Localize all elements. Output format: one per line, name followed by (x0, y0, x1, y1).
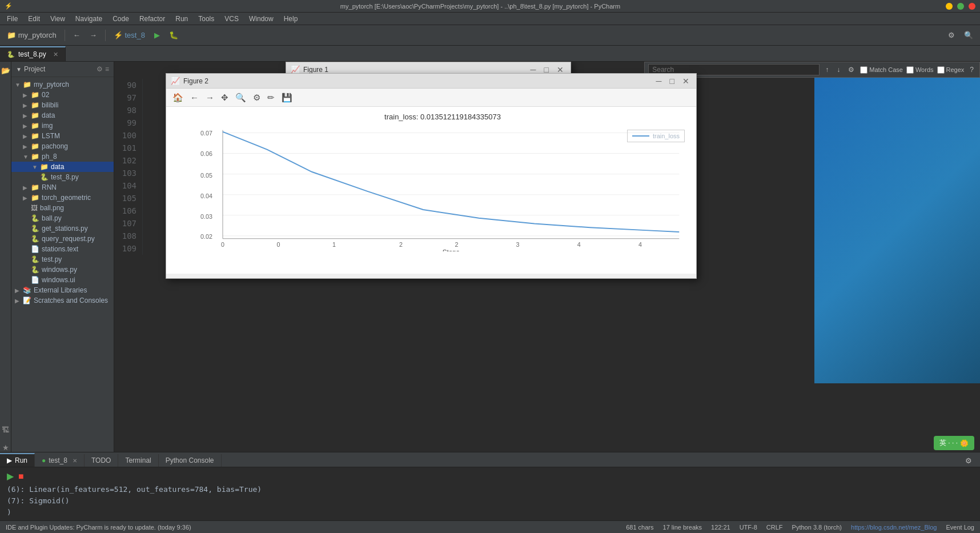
tree-item-img[interactable]: ▶ 📁 img (11, 121, 114, 131)
fig-pan-btn[interactable]: ✥ (218, 91, 231, 105)
status-lines: 17 line breaks (663, 524, 702, 531)
tree-item-data-selected[interactable]: ▼ 📁 data (11, 162, 114, 172)
sidebar-collapse-icon[interactable]: ≡ (105, 65, 109, 73)
tree-label: ball.png (40, 204, 64, 212)
tree-item-02[interactable]: ▶ 📁 02 (11, 90, 114, 100)
tree-item-ballpy[interactable]: 🐍 ball.py (11, 213, 114, 223)
status-position[interactable]: 122:21 (711, 524, 730, 531)
ime-bar[interactable]: 英 · · · 🌼 (934, 436, 974, 450)
project-selector[interactable]: 📁 my_pytorch (3, 29, 60, 41)
run-btn[interactable]: ▶ (151, 29, 163, 41)
image-file-icon: 🖼 (31, 204, 38, 212)
status-event-log[interactable]: Event Log (946, 524, 974, 531)
settings-btn[interactable]: ⚙ (945, 29, 958, 41)
expand-arrow: ▶ (15, 298, 21, 304)
tree-item-lstm[interactable]: ▶ 📁 LSTM (11, 131, 114, 141)
menu-run[interactable]: Run (171, 14, 192, 24)
search-everywhere-btn[interactable]: 🔍 (961, 29, 977, 41)
tree-item-ballpng[interactable]: 🖼 ball.png (11, 203, 114, 213)
bottom-tab-run[interactable]: ▶ Run (0, 453, 35, 467)
figure2-close-btn[interactable]: ✕ (680, 77, 692, 86)
favorites-icon[interactable]: ★ (2, 443, 9, 452)
structure-icon[interactable]: 🏗 (2, 426, 9, 434)
bottom-settings-btn[interactable]: ⚙ (962, 455, 975, 467)
search-filter-btn[interactable]: ⚙ (846, 65, 857, 75)
terminal-label: Terminal (125, 456, 151, 464)
menu-view[interactable]: View (46, 14, 70, 24)
fig-forward-btn[interactable]: → (203, 91, 217, 104)
tree-item-getstations[interactable]: 🐍 get_stations.py (11, 223, 114, 234)
forward-btn[interactable]: → (86, 29, 101, 41)
bottom-tab-test8[interactable]: ● test_8 ✕ (35, 454, 85, 467)
python-console-label: Python Console (166, 456, 214, 464)
folder-icon: 📁 (40, 163, 49, 171)
tab-close[interactable]: ✕ (53, 51, 58, 58)
match-case-checkbox[interactable] (860, 66, 867, 74)
menu-edit[interactable]: Edit (23, 14, 45, 24)
bottom-tab-terminal[interactable]: Terminal (118, 454, 158, 467)
words-option[interactable]: Words (906, 66, 934, 74)
figure2-minimize-btn[interactable]: ─ (654, 77, 664, 86)
fig-settings-btn[interactable]: ⚙ (250, 91, 263, 105)
tab-bar: 🐍 test_8.py ✕ (0, 46, 980, 62)
tree-item-extlibs[interactable]: ▶ 📚 External Libraries (11, 285, 114, 295)
bottom-tab-python-console[interactable]: Python Console (159, 454, 222, 467)
tree-item-stations[interactable]: 📄 stations.text (11, 244, 114, 254)
run-play-btn[interactable]: ▶ (7, 471, 14, 482)
svg-text:0: 0 (276, 241, 280, 248)
tree-item-bilibili[interactable]: ▶ 📁 bilibili (11, 100, 114, 110)
search-nav-down[interactable]: ↓ (834, 65, 842, 75)
tree-item-data[interactable]: ▶ 📁 data (11, 110, 114, 121)
tree-item-pachong[interactable]: ▶ 📁 pachong (11, 141, 114, 151)
status-url[interactable]: https://blog.csdn.net/mez_Blog (851, 524, 937, 531)
menu-vcs[interactable]: VCS (220, 14, 243, 24)
status-line-sep[interactable]: CRLF (766, 524, 783, 531)
tab-test8[interactable]: 🐍 test_8.py ✕ (0, 46, 66, 61)
fig-zoom-btn[interactable]: 🔍 (232, 91, 249, 105)
tree-item-test8py[interactable]: 🐍 test_8.py (11, 172, 114, 182)
tree-item-windowsui[interactable]: 📄 windows.ui (11, 275, 114, 285)
expand-arrow: ▶ (23, 143, 29, 150)
run-stop-btn[interactable]: ■ (18, 471, 24, 482)
status-python[interactable]: Python 3.8 (torch) (792, 524, 842, 531)
menu-file[interactable]: File (2, 14, 22, 24)
match-case-option[interactable]: Match Case (860, 66, 903, 74)
tree-item-query[interactable]: 🐍 query_request.py (11, 234, 114, 244)
tree-item-rnn[interactable]: ▶ 📁 RNN (11, 182, 114, 193)
close-btn[interactable] (969, 3, 975, 10)
figure2-maximize-btn[interactable]: □ (668, 77, 677, 86)
fig-edit-btn[interactable]: ✏ (264, 91, 278, 105)
status-encoding[interactable]: UTF-8 (740, 524, 757, 531)
tree-item-scratches[interactable]: ▶ 📝 Scratches and Consoles (11, 295, 114, 306)
tree-item-ph8[interactable]: ▼ 📁 ph_8 (11, 151, 114, 162)
menu-window[interactable]: Window (244, 14, 278, 24)
back-btn[interactable]: ← (70, 29, 84, 41)
bottom-tabs: ▶ Run ● test_8 ✕ TODO Terminal Python Co… (0, 452, 980, 467)
run-config-btn[interactable]: ⚡ test_8 (110, 29, 148, 41)
fig-home-btn[interactable]: 🏠 (170, 91, 186, 105)
regex-checkbox[interactable] (937, 66, 945, 74)
sidebar-gear-icon[interactable]: ⚙ (97, 65, 103, 73)
project-icon[interactable]: 📂 (1, 66, 10, 75)
line-num-105: 105 (114, 192, 136, 205)
menu-help[interactable]: Help (279, 14, 303, 24)
tree-item-testpy[interactable]: 🐍 test.py (11, 254, 114, 265)
fig-back-btn[interactable]: ← (187, 91, 202, 104)
menu-refactor[interactable]: Refactor (135, 14, 170, 24)
menu-navigate[interactable]: Navigate (71, 14, 107, 24)
tree-item-windowspy[interactable]: 🐍 windows.py (11, 265, 114, 275)
tree-item-torchgeo[interactable]: ▶ 📁 torch_geometric (11, 193, 114, 203)
bottom-tab-todo[interactable]: TODO (85, 454, 118, 467)
debug-btn[interactable]: 🐛 (166, 29, 182, 41)
words-checkbox[interactable] (906, 66, 914, 74)
fig-save-btn[interactable]: 💾 (279, 91, 295, 105)
minimize-btn[interactable] (946, 3, 953, 10)
tree-item-mypytorch[interactable]: ▼ 📁 my_pytorch (11, 79, 114, 90)
maximize-btn[interactable] (957, 3, 964, 10)
regex-option[interactable]: Regex (937, 66, 965, 74)
test8-close[interactable]: ✕ (73, 458, 77, 464)
search-nav-up[interactable]: ↑ (823, 65, 831, 75)
search-help-btn[interactable]: ? (967, 65, 976, 75)
menu-code[interactable]: Code (108, 14, 134, 24)
menu-tools[interactable]: Tools (194, 14, 219, 24)
